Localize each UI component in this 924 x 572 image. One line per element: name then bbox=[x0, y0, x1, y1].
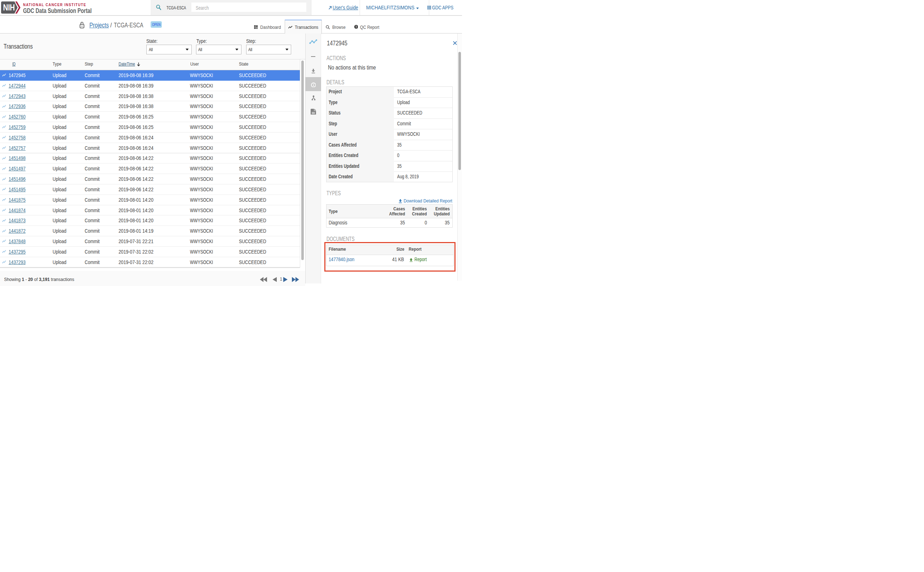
svg-text:NIH: NIH bbox=[3, 3, 14, 12]
